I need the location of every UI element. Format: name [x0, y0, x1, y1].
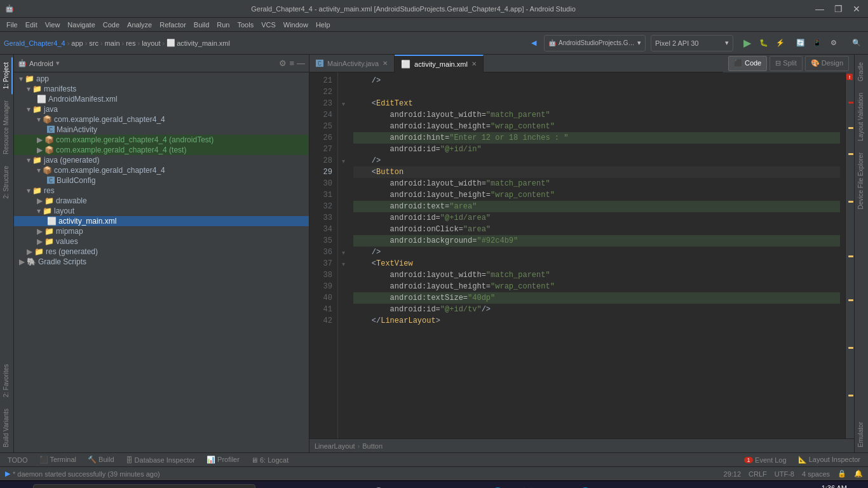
gear-icon[interactable]: ⚙ [279, 58, 287, 68]
code-view-button[interactable]: ⬛ Code [728, 56, 767, 71]
tree-gradle-scripts[interactable]: ▶ 🐘 Gradle Scripts [14, 257, 309, 267]
close-activity-main-tab[interactable]: ✕ [471, 60, 477, 67]
tree-res[interactable]: ▾ 📁 res [14, 186, 309, 196]
menu-analyze[interactable]: Analyze [123, 21, 156, 29]
bottom-tab-terminal[interactable]: ⬛ Terminal [34, 454, 81, 465]
breadcrumb-app[interactable]: app [71, 39, 83, 47]
side-tab-device-file-explorer[interactable]: Device File Explorer [855, 147, 867, 214]
tree-buildconfig[interactable]: 🅲 BuildConfig [14, 175, 309, 186]
collapse-36[interactable]: ▾ [338, 247, 348, 258]
side-tab-structure[interactable]: 2: Structure [1, 161, 13, 204]
side-tab-build-variants[interactable]: Build Variants [1, 403, 13, 452]
close-button[interactable]: ✕ [850, 4, 863, 14]
bottom-tab-database-inspector[interactable]: 🗄 Database Inspector [121, 455, 200, 465]
side-tab-emulator[interactable]: Emulator [855, 417, 867, 452]
search-bar[interactable]: 🔍 Type here to search [33, 484, 255, 489]
device-selector[interactable]: Pixel 2 API 30 ▾ [651, 35, 733, 51]
close-mainactivity-tab[interactable]: ✕ [383, 60, 388, 67]
indent[interactable]: 4 spaces [802, 470, 830, 478]
breadcrumb-src[interactable]: src [89, 39, 98, 47]
tab-mainactivity[interactable]: 🅲 MainActivity.java ✕ [309, 55, 395, 72]
taskbar-settings[interactable]: ⚙ [456, 482, 481, 489]
tree-res-gen[interactable]: ▶ 📁 res (generated) [14, 247, 309, 257]
maximize-button[interactable]: ❐ [832, 4, 845, 14]
collapse-28[interactable]: ▾ [338, 155, 348, 166]
tree-java[interactable]: ▾ 📁 java [14, 104, 309, 114]
close-panel-icon[interactable]: — [297, 58, 305, 68]
clock[interactable]: 1:36 AM 2/11/2021 [816, 484, 847, 488]
taskbar-store[interactable]: 💳 [543, 482, 569, 489]
breadcrumb-layout[interactable]: layout [142, 39, 160, 47]
tree-mipmap[interactable]: ▶ 📁 mipmap [14, 226, 309, 236]
breadcrumb-file[interactable]: ⬜ activity_main.xml [166, 39, 230, 47]
menu-refactor[interactable]: Refactor [156, 21, 190, 29]
line-ending[interactable]: CRLF [749, 470, 767, 478]
menu-view[interactable]: View [41, 21, 64, 29]
layout-inspector-button[interactable]: 📐 Layout Inspector [793, 454, 865, 465]
collapse-23[interactable]: ▾ [338, 98, 348, 109]
menu-vcs[interactable]: VCS [257, 21, 280, 29]
minimize-button[interactable]: — [813, 4, 827, 14]
project-view-dropdown[interactable]: ▾ [56, 59, 60, 67]
menu-tools[interactable]: Tools [233, 21, 257, 29]
encoding[interactable]: UTF-8 [775, 470, 794, 478]
tree-app[interactable]: ▾ 📁 app [14, 74, 309, 84]
profile-button[interactable]: ⚡ [773, 36, 788, 51]
tree-values[interactable]: ▶ 📁 values [14, 236, 309, 247]
cursor-position[interactable]: 29:12 [724, 470, 742, 478]
collapse-37[interactable]: ▾ [338, 258, 348, 269]
tree-com1[interactable]: ▾ 📦 com.example.gerald_chapter4_4 [14, 114, 309, 125]
menu-window[interactable]: Window [280, 21, 312, 29]
bottom-tab-profiler[interactable]: 📊 Profiler [201, 454, 245, 465]
side-tab-project[interactable]: 1: Project [1, 57, 13, 94]
side-tab-resource-manager[interactable]: Resource Manager [1, 95, 13, 159]
tree-com3[interactable]: ▶ 📦 com.example.gerald_chapter4_4 (test) [14, 145, 309, 155]
bottom-tab-build[interactable]: 🔨 Build [83, 454, 119, 465]
tree-com4[interactable]: ▾ 📦 com.example.gerald_chapter4_4 [14, 165, 309, 175]
breadcrumb-button[interactable]: Button [362, 442, 383, 450]
split-view-button[interactable]: ⊟ Split [770, 56, 802, 71]
breadcrumb-res[interactable]: res [126, 39, 135, 47]
taskbar-explorer[interactable]: 📁 [426, 482, 452, 489]
collapse-all-icon[interactable]: ≡ [289, 58, 294, 68]
tree-drawable[interactable]: ▶ 📁 drawable [14, 196, 309, 206]
breadcrumb-linearlayout[interactable]: LinearLayout [315, 442, 355, 450]
tree-java-gen[interactable]: ▾ 📁 java (generated) [14, 155, 309, 165]
breadcrumb-main[interactable]: main [105, 39, 120, 47]
taskbar-ie[interactable]: 🦊 [514, 482, 539, 489]
tree-manifests[interactable]: ▾ 📁 manifests [14, 84, 309, 94]
tree-com2[interactable]: ▶ 📦 com.example.gerald_chapter4_4 (andro… [14, 135, 309, 145]
event-log-button[interactable]: 1 Event Log [739, 455, 792, 465]
code-content[interactable]: /> <EditText android:layout_width="match… [348, 72, 845, 438]
sdk-button[interactable]: ⚙ [826, 36, 841, 51]
menu-navigate[interactable]: Navigate [64, 21, 98, 29]
bottom-tab-todo[interactable]: TODO [3, 455, 33, 465]
start-button[interactable]: ⊞ [5, 482, 31, 489]
breadcrumb-module[interactable]: Gerald_Chapter4_4 [4, 39, 65, 47]
search-button[interactable]: 🔍 [849, 36, 864, 51]
tree-activity-main[interactable]: ⬜ activity_main.xml [14, 216, 309, 226]
menu-run[interactable]: Run [213, 21, 233, 29]
tree-androidmanifest[interactable]: ⬜ AndroidManifest.xml [14, 94, 309, 104]
menu-build[interactable]: Build [190, 21, 213, 29]
bottom-tab-logcat[interactable]: 🖥 6: Logcat [246, 455, 294, 465]
menu-file[interactable]: File [3, 21, 22, 29]
menu-code[interactable]: Code [99, 21, 123, 29]
taskbar-word[interactable]: 🐦 [631, 482, 656, 489]
taskbar-chrome[interactable]: 🌐 [573, 482, 598, 489]
menu-edit[interactable]: Edit [22, 21, 41, 29]
design-view-button[interactable]: 🎨 Design [805, 56, 849, 71]
avd-button[interactable]: 📱 [810, 36, 825, 51]
tree-layout[interactable]: ▾ 📁 layout [14, 206, 309, 216]
sync-button[interactable]: 🔄 [793, 36, 808, 51]
tab-activity-main[interactable]: ⬜ activity_main.xml ✕ [395, 55, 484, 72]
side-tab-favorites[interactable]: 2: Favorites [1, 359, 13, 402]
taskbar-cortana[interactable]: 🔍 [368, 482, 393, 489]
side-tab-layout-validation[interactable]: Layout Validation [855, 88, 867, 146]
tree-mainactivity[interactable]: 🅲 MainActivity [14, 125, 309, 135]
back-button[interactable]: ◀ [526, 36, 541, 51]
taskbar-taskview[interactable]: ⧉ [397, 482, 423, 489]
debug-button[interactable]: 🐛 [756, 36, 771, 51]
run-button[interactable]: ▶ [740, 36, 755, 51]
module-selector[interactable]: 🤖 AndroidStudioProjects.Gerald_Chapter4_… [544, 35, 646, 51]
